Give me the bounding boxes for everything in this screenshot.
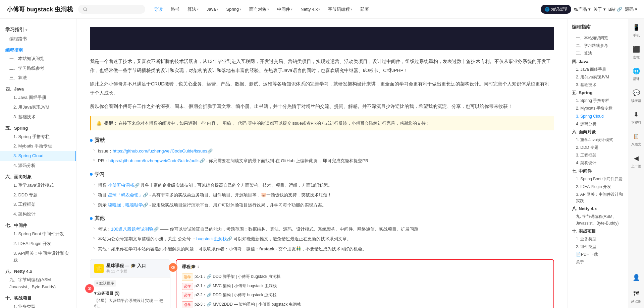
left-col-label: 左栏 (633, 55, 640, 60)
ddd-item-4: 必学 p2-3：🔗 MVC2DDD — 架构重构 | 小傅哥 bugstack … (182, 300, 548, 308)
sidebar-item-idea-plugin[interactable]: 2. IDEA Plugin 开发 (0, 239, 76, 249)
main-content: 我是一个着迷于技术，又喜欢不断折腾的技术活跃者，从13年毕业到进入互联网，开发过… (76, 19, 568, 308)
nav-item-middleware[interactable]: 中间件 ▾ (274, 4, 296, 14)
sidebar-item-framework[interactable]: 3. 工程框架 (0, 200, 76, 209)
icon-panel-left-col[interactable]: ⬛ 左栏 (632, 45, 641, 60)
sidebar-item-basic[interactable]: 3. 基础技术 (0, 112, 76, 122)
other-item-wechat: 本站为公众号定期文章整理的小册，关注 公众号 ：bugstack虫洞栈🔗 可以知… (90, 234, 554, 244)
icon-panel-download[interactable]: ⬇ 下资料 (631, 110, 641, 125)
right-item-idea-plugin[interactable]: 2. IDEA Plugin 开发 (572, 183, 624, 191)
right-item-component-type[interactable]: 2. 组件类型 (572, 243, 624, 251)
sidebar-item-source-analysis[interactable]: 4. 源码分析 (0, 161, 76, 171)
sidebar-item-algorithm[interactable]: 三、算法 (0, 73, 76, 83)
course-card: ⭐ 星球课程 — 🎓 入口 共 11 个专栏 ≡ 默认排序 ▾ 业务项目 (5)… (90, 259, 170, 308)
sidebar-item-jvm[interactable]: 2. 用Java实现JVM (0, 103, 76, 112)
pr-link[interactable]: https://github.com/fuzhengwei/CodeGuide/… (108, 158, 205, 163)
nav-item-bytecode[interactable]: 字节码编程 ▾ (325, 4, 356, 14)
right-item-learning-path[interactable]: 二、学习路线参考 (572, 42, 624, 50)
right-item-arch[interactable]: 4. 架构设计 (572, 159, 624, 167)
sidebar-left: 学习指引 ▾ 编程路书 编程指南 一、本站知识阅览 二、学习路线参考 三、算法 … (0, 19, 76, 308)
right-item-knowledge[interactable]: 一、本站知识阅览 (572, 34, 624, 42)
right-item-mybatis-hand[interactable]: 2. Mybcats 手撸专栏 (572, 105, 624, 112)
right-item-design-pattern[interactable]: 1. 重学Java设计模式 (572, 136, 624, 144)
right-item-api-gw[interactable]: 3. API网关：中间件设计和实践 (572, 191, 624, 205)
nav-item-deploy[interactable]: 部署 (357, 4, 372, 14)
nav-item-guide[interactable]: 导读 (151, 4, 166, 14)
right-item-algorithm[interactable]: 三、算法 (572, 50, 624, 57)
wechat-link[interactable]: bugstack虫洞栈🔗 (196, 236, 232, 241)
sidebar-item-spring-hand[interactable]: 1. Spring 手撸专栏 (0, 132, 76, 142)
icon-panel-mobile[interactable]: 📱 手机 (632, 23, 641, 38)
right-item-pdf[interactable]: 📄PDF 下载 (572, 251, 624, 258)
nav-item-netty[interactable]: Netty 4.x ▾ (297, 5, 323, 14)
nav-item-spring[interactable]: Spring ▾ (223, 5, 245, 14)
sidebar-item-spring-cloud[interactable]: 3. Spring Cloud (0, 151, 76, 161)
nav-bilibili[interactable]: B站 🔗 (608, 6, 622, 12)
sidebar-item-mybatis-hand[interactable]: 2. Mybatis 手撸专栏 (0, 141, 76, 151)
sidebar-group-spring: 五、Spring (0, 123, 76, 132)
right-item-basic-tech[interactable]: 3. 基础技术 (572, 81, 624, 89)
right-item-springboot-middleware[interactable]: 1. Spring Boot 中间件开发 (572, 175, 624, 183)
knowledge-ball-btn[interactable]: 知识星球 (541, 5, 571, 14)
sidebar-group-java: 四、Java (0, 84, 76, 93)
header: 小傅哥 bugstack 虫洞栈 导读 路书 算法 ▾ Java ▾ Sprin… (0, 0, 644, 19)
right-item-spring-cloud[interactable]: 3. Spring Cloud (572, 113, 624, 120)
nav-about[interactable]: 关于 ▾ (593, 6, 606, 12)
right-item-jvm[interactable]: 2. 用Java实现JVM (572, 73, 624, 81)
nav-item-algorithm[interactable]: 算法 ▾ (184, 4, 202, 14)
sidebar-item-ddd[interactable]: 2. DDD 专题 (0, 190, 76, 200)
search-box[interactable] (78, 5, 145, 14)
sidebar-item-business[interactable]: 1. 业务类型 (0, 302, 76, 308)
bullet-icon-3 (90, 217, 93, 220)
sidebar-item-springboot-middleware[interactable]: 1. Spring Boot 中间件开发 (0, 229, 76, 239)
right-item-java-interview[interactable]: 1. Java 面经手册 (572, 66, 624, 73)
ddd-item-3: 必学 p2-2：🔗 DDD 架构 | 小傅哥 bugstack 虫洞栈 (182, 291, 548, 300)
right-item-source-analysis[interactable]: 4. 源码分析 (572, 120, 624, 128)
icon-panel-exam[interactable]: 📋 八股文 (631, 132, 641, 147)
right-group-oop: 六. 面向对象 (572, 128, 624, 136)
icon-panel-globe[interactable]: 🌐 星球 (632, 66, 641, 81)
right-item-ddd[interactable]: 2. DDD 专题 (572, 144, 624, 151)
search-input[interactable] (90, 7, 137, 12)
icon-panel-sitemap[interactable]: 🗺 站点图 (631, 289, 641, 304)
sidebar-item-learning-path[interactable]: 二、学习路线参考 (0, 64, 76, 73)
demo-link[interactable]: 嘎嘎强，嘎嘎哒学🔗 (108, 202, 148, 207)
prev-icon: ◀ (632, 153, 641, 163)
intro-section: 我是一个着迷于技术，又喜欢不断折腾的技术活跃者，从13年毕业到进入互联网，开发过… (90, 57, 554, 111)
badge-required-3: 必学 (182, 301, 193, 308)
issue-link[interactable]: https://github.com/fuzhengwei/CodeGuide/… (113, 148, 213, 153)
sort-button[interactable]: ≡ 默认排序 (94, 280, 116, 287)
icon-panel-chat[interactable]: 💬 读者群 (631, 88, 641, 103)
ddd-item-text-3: p2-2：🔗 DDD 架构 | 小傅哥 bugstack 虫洞栈 (195, 292, 276, 298)
icon-panel-user[interactable]: 👤 (632, 273, 641, 282)
nav-product[interactable]: 🛍产品 ▾ (574, 6, 591, 12)
sidebar-item-knowledge[interactable]: 一、本站知识阅览 (0, 54, 76, 64)
nav-source[interactable]: 源码 ▾ (625, 6, 637, 12)
nav-item-oop[interactable]: 面向对象 ▾ (246, 4, 272, 14)
sidebar-item-bytecode[interactable]: 九、字节码编程(ASM、Javassist、Byte-Buddy) (0, 275, 76, 292)
globe-label: 星球 (633, 77, 640, 81)
blog-link[interactable]: 小傅哥虫洞栈🔗 (108, 183, 140, 188)
icon-panel-prev[interactable]: ◀ 上一篇 (631, 153, 641, 169)
sidebar-item-design-pattern[interactable]: 1. 重学Java设计模式 (0, 181, 76, 190)
sidebar-item-roadbook[interactable]: 编程路书 (0, 34, 76, 44)
bullet-icon (90, 139, 93, 142)
right-item-spring-hand[interactable]: 1. Spring 手撸专栏 (572, 97, 624, 105)
sidebar-title[interactable]: 学习指引 ▾ (0, 24, 76, 34)
right-item-bytecode[interactable]: 九. 字节码编程(ASM、Javassist、Byte-Buddy) (572, 213, 624, 227)
project-link[interactable]: 星球「码农会锁」🔗 (108, 192, 148, 197)
right-group-project: 十. 实战项目 (572, 227, 624, 235)
nav-item-roadbook[interactable]: 路书 (167, 4, 183, 14)
sidebar-item-arch-design[interactable]: 4. 架构设计 (0, 209, 76, 219)
sidebar-item-api-gateway[interactable]: 3. API网关：中间件设计和实践 (0, 249, 76, 265)
right-item-about[interactable]: 关于 (572, 258, 624, 266)
sidebar-right: 编程指南 一、本站知识阅览 二、学习路线参考 三、算法 四. Java 1. J… (568, 19, 628, 308)
nav-item-java[interactable]: Java ▾ (203, 5, 221, 14)
sidebar-item-java-interview[interactable]: 1. Java 面经手册 (0, 93, 76, 103)
exam-link[interactable]: 100道八股题考试测验🔗 (111, 227, 159, 232)
ddd-card: 课程🎓： 选学 p1-1：🔗 DDD 脚手架 | 小傅哥 bugstack 虫洞… (176, 259, 554, 308)
learning-item-project: 项目 星球「码农会锁」🔗 - 具有非常多的实战类业务项目、组件项目、开源项目等，… (90, 190, 554, 200)
right-item-framework[interactable]: 3. 工程框架 (572, 151, 624, 159)
right-item-business-type[interactable]: 1. 业务类型 (572, 235, 624, 243)
course-item-1[interactable]: 【4星】大营销平台系统设计实现 — 进行... (94, 297, 166, 308)
